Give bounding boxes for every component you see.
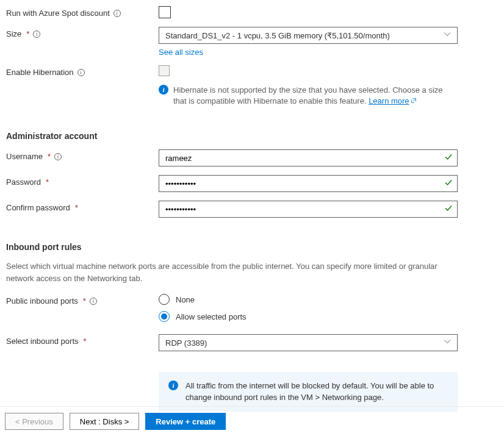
- checkmark-icon: [444, 179, 453, 189]
- info-icon: i: [168, 381, 178, 390]
- hibernation-label: Enable Hibernation: [6, 68, 74, 77]
- username-label: Username: [6, 152, 43, 161]
- required-mark: *: [83, 296, 86, 306]
- checkmark-icon: [444, 153, 453, 163]
- button-bar: < Previous Next : Disks > Review + creat…: [0, 406, 504, 430]
- required-mark: *: [84, 337, 87, 346]
- info-icon[interactable]: i: [54, 153, 62, 160]
- inbound-ports-value: RDP (3389): [165, 338, 207, 348]
- required-mark: *: [46, 177, 49, 187]
- confirm-password-label: Confirm password: [6, 203, 70, 212]
- size-select[interactable]: Standard_DS1_v2 - 1 vcpu, 3.5 GiB memory…: [159, 27, 458, 44]
- info-icon[interactable]: i: [113, 10, 121, 17]
- hibernation-message: Hibernate is not supported by the size t…: [173, 85, 458, 107]
- username-field[interactable]: [159, 149, 458, 166]
- select-ports-label: Select inbound ports: [6, 337, 79, 346]
- review-create-button[interactable]: Review + create: [145, 413, 226, 430]
- inbound-desc: Select which virtual machine network por…: [6, 260, 452, 284]
- chevron-down-icon: [444, 338, 451, 348]
- see-all-sizes-link[interactable]: See all sizes: [159, 48, 203, 57]
- inbound-heading: Inbound port rules: [6, 242, 498, 252]
- spot-checkbox[interactable]: [159, 6, 171, 18]
- radio-none-label: None: [176, 295, 195, 304]
- next-button[interactable]: Next : Disks >: [70, 413, 140, 430]
- inbound-callout-text: All traffic from the internet will be bl…: [185, 381, 448, 402]
- info-icon: i: [159, 85, 168, 95]
- size-label: Size: [6, 29, 21, 38]
- external-link-icon: [411, 96, 417, 107]
- admin-heading: Administrator account: [6, 131, 498, 141]
- learn-more-link[interactable]: Learn more: [369, 96, 416, 105]
- info-icon[interactable]: i: [90, 298, 97, 305]
- spot-label: Run with Azure Spot discount: [6, 9, 110, 18]
- checkmark-icon: [444, 204, 453, 215]
- password-field[interactable]: [159, 175, 458, 192]
- radio-allow-selected[interactable]: Allow selected ports: [159, 311, 458, 322]
- size-value: Standard_DS1_v2 - 1 vcpu, 3.5 GiB memory…: [165, 31, 390, 40]
- previous-button: < Previous: [5, 413, 63, 430]
- chevron-down-icon: [444, 31, 451, 40]
- required-mark: *: [26, 29, 29, 38]
- radio-none[interactable]: None: [159, 294, 458, 305]
- hibernation-checkbox: [159, 65, 170, 76]
- public-ports-label: Public inbound ports: [6, 296, 78, 306]
- confirm-password-field[interactable]: [159, 201, 458, 218]
- required-mark: *: [75, 203, 78, 212]
- info-icon[interactable]: i: [33, 30, 40, 38]
- password-label: Password: [6, 177, 41, 187]
- required-mark: *: [48, 152, 51, 161]
- info-icon[interactable]: i: [77, 69, 85, 76]
- radio-allow-label: Allow selected ports: [176, 312, 247, 321]
- inbound-ports-select[interactable]: RDP (3389): [159, 334, 458, 351]
